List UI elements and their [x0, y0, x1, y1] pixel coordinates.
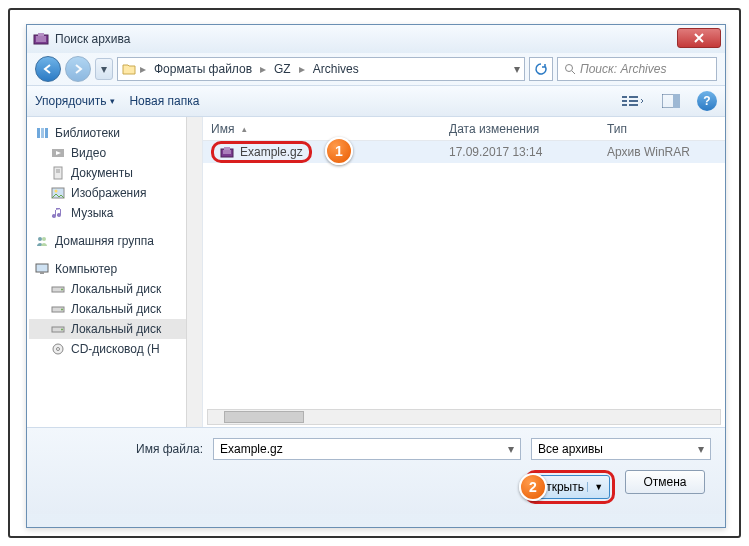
- chevron-down-icon[interactable]: ▾: [508, 442, 514, 456]
- help-button[interactable]: ?: [697, 91, 717, 111]
- svg-point-33: [61, 329, 63, 331]
- svg-rect-1: [38, 33, 44, 36]
- open-dialog: Поиск архива ▾ ▸ Форматы файлов ▸ GZ ▸ A…: [26, 24, 726, 528]
- svg-rect-26: [36, 264, 48, 272]
- drive-icon: [51, 302, 65, 316]
- column-headers: Имя▴ Дата изменения Тип: [203, 117, 725, 141]
- callout-badge: 1: [325, 137, 353, 165]
- callout-badge: 2: [519, 473, 547, 501]
- file-date: 17.09.2017 13:14: [441, 145, 599, 159]
- view-icon: [622, 94, 644, 108]
- cancel-button[interactable]: Отмена: [625, 470, 705, 494]
- tree-homegroup[interactable]: Домашняя группа: [29, 231, 200, 251]
- svg-point-31: [61, 309, 63, 311]
- documents-icon: [51, 166, 65, 180]
- svg-point-5: [566, 65, 573, 72]
- tree-libraries[interactable]: Библиотеки: [29, 123, 200, 143]
- svg-rect-27: [40, 272, 44, 274]
- svg-point-24: [38, 237, 42, 241]
- chevron-right-icon: ▸: [138, 62, 148, 76]
- filename-input[interactable]: Example.gz▾: [213, 438, 521, 460]
- tree-computer[interactable]: Компьютер: [29, 259, 200, 279]
- toolbar: Упорядочить Новая папка ?: [27, 85, 725, 117]
- nav-row: ▾ ▸ Форматы файлов ▸ GZ ▸ Archives ▾ Пои…: [27, 53, 725, 85]
- tree-item-cd[interactable]: CD-дисковод (H: [29, 339, 200, 359]
- pictures-icon: [51, 186, 65, 200]
- homegroup-icon: [35, 234, 49, 248]
- refresh-button[interactable]: [529, 57, 553, 81]
- svg-rect-12: [629, 104, 638, 106]
- drive-icon: [51, 322, 65, 336]
- tree-item-drive[interactable]: Локальный диск: [29, 279, 200, 299]
- breadcrumb-segment[interactable]: Форматы файлов: [150, 60, 256, 78]
- tree-item-drive-selected[interactable]: Локальный диск: [29, 319, 200, 339]
- address-bar[interactable]: ▸ Форматы файлов ▸ GZ ▸ Archives ▾: [117, 57, 525, 81]
- search-input[interactable]: Поиск: Archives: [557, 57, 717, 81]
- search-icon: [564, 63, 576, 75]
- close-icon: [694, 33, 704, 43]
- back-button[interactable]: [35, 56, 61, 82]
- tree-item-pictures[interactable]: Изображения: [29, 183, 200, 203]
- column-name[interactable]: Имя▴: [203, 122, 441, 136]
- filetype-select[interactable]: Все архивы▾: [531, 438, 711, 460]
- column-date[interactable]: Дата изменения: [441, 122, 599, 136]
- svg-rect-14: [673, 94, 680, 108]
- forward-button[interactable]: [65, 56, 91, 82]
- svg-rect-37: [224, 147, 230, 150]
- svg-point-35: [57, 348, 60, 351]
- chevron-down-icon: ▾: [698, 442, 704, 456]
- libraries-icon: [35, 126, 49, 140]
- filename-label: Имя файла:: [41, 442, 203, 456]
- chevron-right-icon: ▸: [297, 62, 307, 76]
- svg-rect-8: [622, 100, 627, 102]
- folder-icon: [122, 62, 136, 76]
- computer-icon: [35, 262, 49, 276]
- organize-menu[interactable]: Упорядочить: [35, 94, 115, 108]
- dialog-footer: Имя файла: Example.gz▾ Все архивы▾ Откры…: [27, 427, 725, 514]
- chevron-right-icon: ▸: [258, 62, 268, 76]
- tree-item-drive[interactable]: Локальный диск: [29, 299, 200, 319]
- preview-pane-button[interactable]: [659, 91, 683, 111]
- app-icon: [33, 31, 49, 47]
- highlight-ring: Example.gz: [211, 141, 312, 163]
- cd-icon: [51, 342, 65, 356]
- arrow-left-icon: [42, 63, 54, 75]
- svg-rect-17: [45, 128, 48, 138]
- column-type[interactable]: Тип: [599, 122, 725, 136]
- svg-point-29: [61, 289, 63, 291]
- scrollbar-thumb[interactable]: [224, 411, 304, 423]
- breadcrumb-segment[interactable]: Archives: [309, 60, 363, 78]
- history-dropdown[interactable]: ▾: [95, 58, 113, 80]
- folder-tree: Библиотеки Видео Документы Изображения М…: [27, 117, 203, 427]
- sort-asc-icon: ▴: [242, 124, 247, 134]
- panel-icon: [662, 94, 680, 108]
- file-row-selected[interactable]: Example.gz 17.09.2017 13:14 Архив WinRAR: [203, 141, 725, 163]
- svg-rect-9: [622, 104, 627, 106]
- video-icon: [51, 146, 65, 160]
- tree-scrollbar[interactable]: [186, 117, 202, 427]
- titlebar: Поиск архива: [27, 25, 725, 53]
- file-type: Архив WinRAR: [599, 145, 725, 159]
- drive-icon: [51, 282, 65, 296]
- svg-rect-16: [41, 128, 44, 138]
- search-placeholder: Поиск: Archives: [580, 62, 666, 76]
- music-icon: [51, 206, 65, 220]
- refresh-icon: [534, 62, 548, 76]
- breadcrumb-segment[interactable]: GZ: [270, 60, 295, 78]
- file-list: Имя▴ Дата изменения Тип Example.gz 17.09…: [203, 117, 725, 427]
- chevron-down-icon[interactable]: ▾: [514, 62, 520, 76]
- new-folder-button[interactable]: Новая папка: [129, 94, 199, 108]
- archive-file-icon: [220, 145, 234, 159]
- view-options-button[interactable]: [621, 91, 645, 111]
- close-button[interactable]: [677, 28, 721, 48]
- tree-item-music[interactable]: Музыка: [29, 203, 200, 223]
- tree-item-documents[interactable]: Документы: [29, 163, 200, 183]
- tree-item-video[interactable]: Видео: [29, 143, 200, 163]
- svg-point-23: [55, 190, 58, 193]
- svg-point-25: [42, 237, 46, 241]
- horizontal-scrollbar[interactable]: [207, 409, 721, 425]
- svg-rect-19: [54, 167, 62, 179]
- file-name: Example.gz: [240, 145, 303, 159]
- svg-rect-10: [629, 96, 638, 98]
- svg-rect-15: [37, 128, 40, 138]
